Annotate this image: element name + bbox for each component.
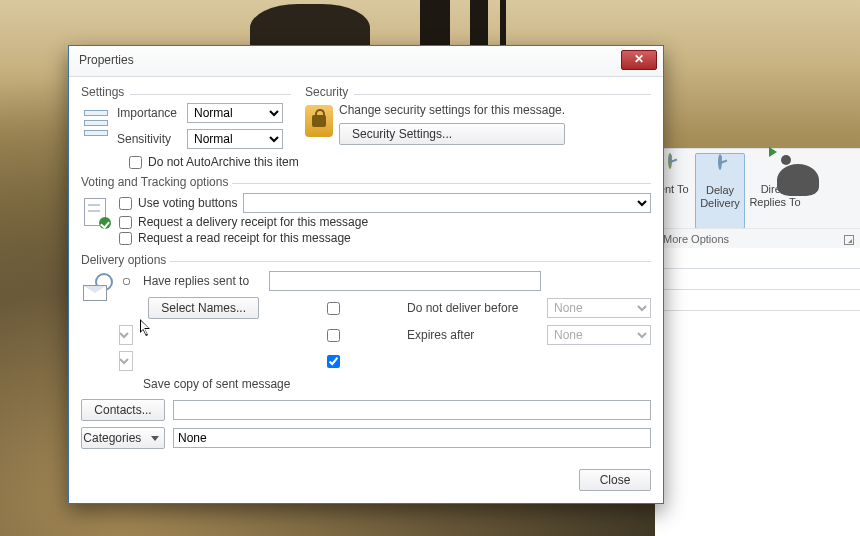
bg-white-panel	[655, 248, 860, 536]
close-icon: ✕	[634, 52, 644, 66]
importance-select[interactable]: Normal	[187, 103, 283, 123]
categories-input[interactable]	[173, 428, 651, 448]
contacts-button[interactable]: Contacts...	[81, 399, 165, 421]
voting-legend: Voting and Tracking options	[81, 175, 228, 191]
ribbon-delay-l1: Delay	[706, 184, 734, 196]
delivery-receipt-checkbox[interactable]	[119, 216, 132, 229]
have-replies-label: Have replies sent to	[143, 274, 259, 288]
save-copy-label: Save copy of sent message	[143, 377, 651, 391]
ribbon-more-options-group: Sent To Delay Delivery Direct Replies To…	[655, 148, 860, 250]
sensitivity-select[interactable]: Normal	[187, 129, 283, 149]
security-text: Change security settings for this messag…	[339, 103, 565, 117]
titlebar[interactable]: Properties ✕	[69, 46, 663, 77]
ribbon-group-label: More Options	[663, 233, 729, 245]
do-not-deliver-time-select[interactable]: 12:00 AM	[119, 325, 133, 345]
ribbon-direct-l2: Replies To	[749, 196, 800, 208]
expires-after-date-select[interactable]: None	[547, 325, 651, 345]
voting-sheet-icon	[81, 195, 111, 229]
properties-dialog: Properties ✕ Settings Importance	[68, 45, 664, 504]
expires-after-checkbox[interactable]	[273, 329, 394, 342]
dialog-launcher-icon[interactable]	[844, 235, 854, 245]
autoarchive-checkbox[interactable]	[129, 156, 142, 169]
person-arrow-icon	[762, 155, 788, 181]
use-voting-label: Use voting buttons	[138, 196, 237, 210]
close-window-button[interactable]: ✕	[621, 50, 657, 70]
categories-button-label: Categories	[83, 431, 141, 445]
direct-replies-to-button[interactable]: Direct Replies To	[747, 153, 803, 209]
delivery-clock-envelope-icon	[81, 273, 111, 307]
voting-buttons-select[interactable]	[243, 193, 651, 213]
use-voting-buttons-checkbox[interactable]	[119, 197, 132, 210]
security-legend: Security	[305, 85, 348, 101]
settings-list-icon	[81, 107, 111, 139]
save-copy-checkbox[interactable]	[273, 355, 394, 368]
security-shield-icon	[305, 105, 333, 137]
autoarchive-label: Do not AutoArchive this item	[148, 155, 299, 169]
categories-button[interactable]: Categories	[81, 427, 165, 449]
delay-delivery-button[interactable]: Delay Delivery	[695, 153, 745, 229]
do-not-deliver-date-select[interactable]: None	[547, 298, 651, 318]
security-settings-button[interactable]: Security Settings...	[339, 123, 565, 145]
select-names-button[interactable]: Select Names...	[148, 297, 259, 319]
read-receipt-label: Request a read receipt for this message	[138, 231, 351, 245]
delivery-receipt-label: Request a delivery receipt for this mess…	[138, 215, 368, 229]
contacts-input[interactable]	[173, 400, 651, 420]
have-replies-input[interactable]	[269, 271, 541, 291]
expires-after-label: Expires after	[407, 328, 537, 342]
read-receipt-checkbox[interactable]	[119, 232, 132, 245]
sensitivity-label: Sensitivity	[117, 132, 181, 146]
delivery-legend: Delivery options	[81, 253, 166, 269]
ribbon-delay-l2: Delivery	[700, 197, 740, 209]
settings-legend: Settings	[81, 85, 124, 101]
clock-envelope-icon	[707, 156, 733, 182]
dialog-title: Properties	[79, 53, 134, 67]
expires-after-time-select[interactable]: 12:00 AM	[119, 351, 133, 371]
close-button[interactable]: Close	[579, 469, 651, 491]
importance-label: Importance	[117, 106, 181, 120]
ribbon-sent-l2: To	[677, 183, 689, 195]
have-replies-checkbox[interactable]	[123, 275, 130, 288]
do-not-deliver-label: Do not deliver before	[407, 301, 537, 315]
do-not-deliver-checkbox[interactable]	[273, 302, 394, 315]
